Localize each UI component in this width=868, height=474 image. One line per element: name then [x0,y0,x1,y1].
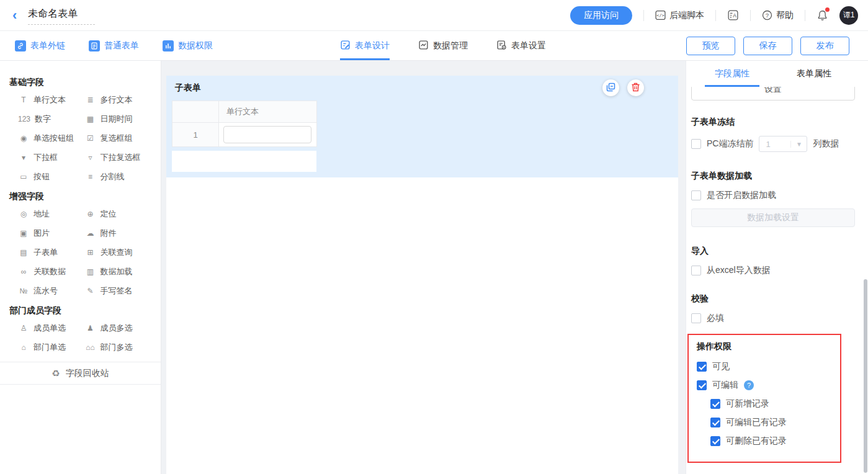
tab-数据管理[interactable]: 数据管理 [418,31,468,60]
subform-table: 单行文本 1 [172,101,317,147]
palette-field-单选按钮组[interactable]: ◉单选按钮组 [18,133,85,144]
palette-field-流水号[interactable]: №流水号 [18,285,85,297]
subform-add-row-area[interactable] [172,151,316,172]
delete-component-button[interactable] [627,79,644,96]
palette-field-多行文本[interactable]: ≣多行文本 [85,94,152,105]
question-icon: ? [762,10,772,20]
serial-number-icon: № [18,287,29,295]
data-load-checkbox[interactable] [691,190,701,200]
recycle-icon: ♻ [51,368,60,379]
subform-component[interactable]: 子表单 单行文本 1 [166,76,678,177]
help-icon[interactable]: ? [744,380,754,390]
palette-field-label: 单选按钮组 [34,133,74,144]
app-access-button[interactable]: 应用访问 [570,6,632,25]
palette-field-数字[interactable]: 123数字 [18,114,85,125]
permission-row: 可删除已有记录 [710,436,840,447]
image-icon: ▣ [18,229,29,238]
permission-label: 可删除已有记录 [726,436,787,447]
palette-field-子表单[interactable]: ▤子表单 [18,247,85,258]
palette-field-单行文本[interactable]: T单行文本 [18,94,85,105]
avatar[interactable]: 谭1 [839,6,858,25]
notification-dot [825,7,830,12]
linked-query-icon: ⊞ [85,248,96,257]
linked-data-icon: ∞ [18,267,29,276]
可删除已有记录-checkbox[interactable] [710,436,720,446]
可新增记录-checkbox[interactable] [710,399,720,409]
palette-field-按钮[interactable]: ▭按钮 [18,171,85,182]
palette-section: 部门成员字段♙成员单选♟成员多选⌂部门单选⌂⌂部门多选 [0,305,161,353]
tab-表单设置[interactable]: 表单设置 [496,31,546,60]
notification-bell-icon[interactable] [817,9,828,21]
toolbar-tabs: 表单设计数据管理表单设置 [340,31,546,60]
settings-button[interactable]: 设置 [691,87,855,101]
可见-checkbox[interactable] [697,362,707,372]
预览-button[interactable]: 预览 [686,37,735,55]
palette-field-成员单选[interactable]: ♙成员单选 [18,323,85,334]
palette-field-数据加载[interactable]: ▥数据加载 [85,266,152,277]
toolbar-item-数据权限[interactable]: 数据权限 [163,40,213,51]
tab-表单设计[interactable]: 表单设计 [340,31,390,60]
palette-field-手写签名[interactable]: ✎手写签名 [85,285,152,297]
panel-tab-表单属性[interactable]: 表单属性 [773,61,855,87]
form-title[interactable]: 未命名表单 [28,6,95,25]
palette-field-下拉框[interactable]: ▾下拉框 [18,152,85,163]
palette-field-下拉复选框[interactable]: ▿下拉复选框 [85,152,152,163]
section-validation: 校验 必填 [691,293,855,324]
palette-section-title: 增强字段 [9,191,151,202]
palette-field-日期时间[interactable]: ▦日期时间 [85,114,152,125]
palette-field-label: 下拉复选框 [101,152,141,163]
palette-field-label: 成员单选 [34,323,66,334]
data-load-settings-button[interactable]: 数据加载设置 [691,208,855,227]
required-label: 必填 [707,313,724,324]
palette-section-title: 部门成员字段 [9,305,151,316]
palette-field-图片[interactable]: ▣图片 [18,228,85,239]
发布-button[interactable]: 发布 [800,37,849,55]
section-heading: 子表单数据加载 [691,171,855,182]
toolbar-item-label: 普通表单 [104,40,139,51]
copy-component-button[interactable] [602,79,619,96]
form-settings-icon [496,40,507,52]
toolbar-actions: 预览保存发布 [686,31,849,60]
panel-tab-字段属性[interactable]: 字段属性 [691,61,773,87]
palette-field-label: 关联查询 [101,247,133,258]
translate-icon[interactable]: A [727,9,739,21]
palette-field-部门单选[interactable]: ⌂部门单选 [18,342,85,353]
field-recycle-bin[interactable]: ♻ 字段回收站 [0,362,161,385]
section-heading: 导入 [691,246,855,257]
required-checkbox[interactable] [691,313,701,323]
permission-row: 可见 [697,361,840,372]
toolbar-item-普通表单[interactable]: 普通表单 [89,40,139,51]
permission-row: 可新增记录 [710,398,840,409]
operation-permissions-highlight-box: 操作权限 可见可编辑?可新增记录可编辑已有记录可删除已有记录 [687,334,841,463]
可编辑已有记录-checkbox[interactable] [710,418,720,427]
palette-field-部门多选[interactable]: ⌂⌂部门多选 [85,342,152,353]
palette-field-成员多选[interactable]: ♟成员多选 [85,323,152,334]
palette-field-定位[interactable]: ⊕定位 [85,208,152,220]
可编辑-checkbox[interactable] [697,380,707,390]
palette-field-关联数据[interactable]: ∞关联数据 [18,266,85,277]
palette-field-label: 附件 [101,228,117,239]
保存-button[interactable]: 保存 [743,37,792,55]
signature-icon: ✎ [85,287,96,295]
form-canvas[interactable]: 子表单 单行文本 1 [166,76,678,474]
subform-text-input[interactable] [223,126,311,143]
palette-field-附件[interactable]: ☁附件 [85,228,152,239]
location-icon: ⊕ [85,210,96,218]
palette-field-关联查询[interactable]: ⊞关联查询 [85,247,152,258]
help-button[interactable]: ? 帮助 [762,10,794,21]
dept-multi-icon: ⌂⌂ [85,343,96,352]
section-heading: 子表单冻结 [691,117,855,128]
page-scrollbar-thumb[interactable] [864,279,867,473]
divider [643,10,644,21]
freeze-checkbox[interactable] [691,139,701,149]
palette-field-复选框组[interactable]: ☑复选框组 [85,133,152,144]
backend-script-button[interactable]: </> 后端脚本 [655,10,704,21]
palette-field-分割线[interactable]: ≡分割线 [85,171,152,182]
palette-field-label: 单行文本 [34,94,66,105]
freeze-columns-select[interactable]: 1 ▼ [759,136,807,152]
tab-label: 数据管理 [433,40,468,51]
back-icon[interactable]: ‹ [10,9,19,22]
excel-import-checkbox[interactable] [691,266,701,275]
toolbar-item-表单外链[interactable]: 表单外链 [15,40,65,51]
palette-field-地址[interactable]: ◎地址 [18,208,85,220]
